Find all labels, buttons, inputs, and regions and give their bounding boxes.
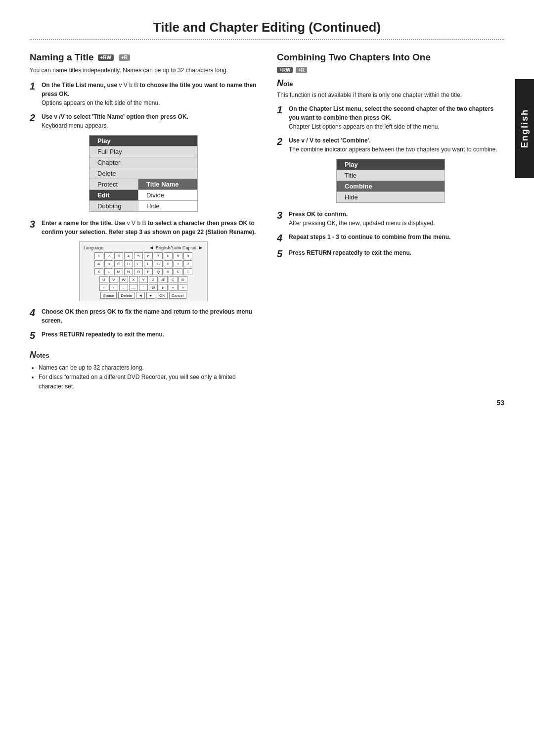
right-step-text-2: Use v / V to select 'Combine'. The combi… [289,136,497,154]
page-wrapper: English Title and Chapter Editing (Conti… [0,0,534,422]
menu-item-divide: Divide [138,190,198,201]
key-oslash: Ø [149,284,158,291]
key-s: S [174,268,182,275]
key-o: O [134,268,143,275]
step-text-4: Choose OK then press OK to fix the name … [42,307,257,325]
two-column-layout: Naming a Title +RW +R You can name title… [30,52,504,392]
key-cc: Ç [169,276,178,283]
right-step-num-2: 2 [277,136,286,147]
keyboard-lang-value: English/Latin Capital [156,245,196,250]
step-num-4: 4 [30,307,39,318]
key-prev: ◄ [136,292,145,299]
key-2: 2 [104,252,113,259]
step-text-5: Press RETURN repeatedly to exit the menu… [42,330,164,339]
note-title-right: Note [277,78,504,89]
right-section-heading: Combining Two Chapters Into One [277,52,504,63]
keyboard-row-4: U V W X Y Z Æ Ç Ð [84,276,203,283]
key-rquot: » [178,284,187,291]
key-8: 8 [164,252,173,259]
notes-section: Notes Names can be up to 32 characters l… [30,350,257,392]
table-row: Play [337,159,445,170]
left-section-heading: Naming a Title +RW +R [30,52,257,63]
key-r: R [164,268,173,275]
right-step-text-4: Repeat steps 1 - 3 to continue to combin… [289,233,450,241]
key-d: D [124,260,133,267]
right-badges-row: +RW +R [277,66,504,73]
dotted-divider [30,39,504,40]
left-section-intro: You can name titles independently. Names… [30,66,257,75]
step-4: 4 Choose OK then press OK to fix the nam… [30,307,257,325]
notes-list: Names can be up to 32 characters long. F… [30,363,257,392]
key-9: 9 [174,252,182,259]
keyboard-row-3: K L M N O P Q R S T [84,268,203,275]
menu-item-dubbing: Dubbing [89,201,138,212]
table-row: Edit Divide [89,190,198,201]
key-6: 6 [144,252,153,259]
right-step-3: 3 Press OK to confirm. After pressing OK… [277,210,504,228]
table-row: Play [89,136,198,146]
side-tab-label: English [520,109,530,148]
key-5: 5 [134,252,143,259]
right-step-5: 5 Press RETURN repeatedly to exit the me… [277,248,504,259]
key-f: F [144,260,153,267]
menu-item-edit: Edit [89,190,138,201]
key-3: 3 [114,252,123,259]
key-next: ► [146,292,155,299]
key-eth: Ð [178,276,187,283]
step-num-2: 2 [30,112,39,123]
keyboard-lang-arrows: ◄ English/Latin Capital ► [149,245,203,250]
key-w: W [119,276,128,283]
key-7: 7 [154,252,163,259]
table-row: Protect Title Name [89,179,198,190]
key-z: Z [149,276,158,283]
key-space: Space [100,292,117,299]
right-step-text-1: On the Chapter List menu, select the sec… [289,104,504,131]
notes-ote-label: otes [36,352,49,359]
key-sym1: › [99,284,108,291]
keyboard-lang-label: Language [84,245,103,250]
combining-title-label: Combining Two Chapters Into One [277,52,431,63]
note-box-right: Note This function is not available if t… [277,78,504,99]
key-v: V [109,276,118,283]
right-column: Combining Two Chapters Into One +RW +R N… [277,52,504,392]
step-1: 1 On the Title List menu, use v V b B to… [30,81,257,107]
key-ok: OK [157,292,168,299]
keyboard-box: Language ◄ English/Latin Capital ► 1 2 3… [79,241,208,301]
arrow-left-icon: ◄ [149,245,154,250]
badge-r: +R [119,54,130,61]
step-text-1: On the Title List menu, use v V b B to c… [42,81,257,107]
key-cancel: Cancel [169,292,186,299]
table-row: Chapter [89,157,198,168]
key-u: U [99,276,108,283]
key-a: A [94,260,103,267]
menu-item-chapter: Chapter [89,157,198,168]
key-sym2: ‹ [109,284,118,291]
right-menu-item-title: Title [337,170,445,181]
page-number: 53 [496,399,504,407]
key-h: H [164,260,173,267]
naming-title-label: Naming a Title [30,52,94,63]
step-5: 5 Press RETURN repeatedly to exit the me… [30,330,257,341]
right-step-text-3: Press OK to confirm. After pressing OK, … [289,210,435,228]
right-step-1: 1 On the Chapter List menu, select the s… [277,104,504,131]
key-sym3: – [119,284,128,291]
table-row: Full Play [89,146,198,157]
menu-item-titlename: Title Name [138,179,198,190]
right-step-num-5: 5 [277,248,286,259]
step-num-5: 5 [30,330,39,341]
keyboard-row-1: 1 2 3 4 5 6 7 8 9 0 [84,252,203,259]
right-step-4: 4 Repeat steps 1 - 3 to continue to comb… [277,233,504,243]
badge-rw-right: +RW [277,67,293,73]
table-row: Combine [337,181,445,192]
key-4: 4 [124,252,133,259]
badge-rw: +RW [98,54,114,61]
page-title: Title and Chapter Editing (Continued) [30,20,504,35]
keyboard-bottom-row: Space Delete ◄ ► OK Cancel [84,292,203,299]
step-num-1: 1 [30,81,39,92]
right-step-num-3: 3 [277,210,286,221]
note-ote-right-label: ote [283,80,293,88]
menu-item-fullplay: Full Play [89,146,198,157]
table-row: Dubbing Hide [89,201,198,212]
step-num-3: 3 [30,219,39,230]
key-y: Y [139,276,148,283]
